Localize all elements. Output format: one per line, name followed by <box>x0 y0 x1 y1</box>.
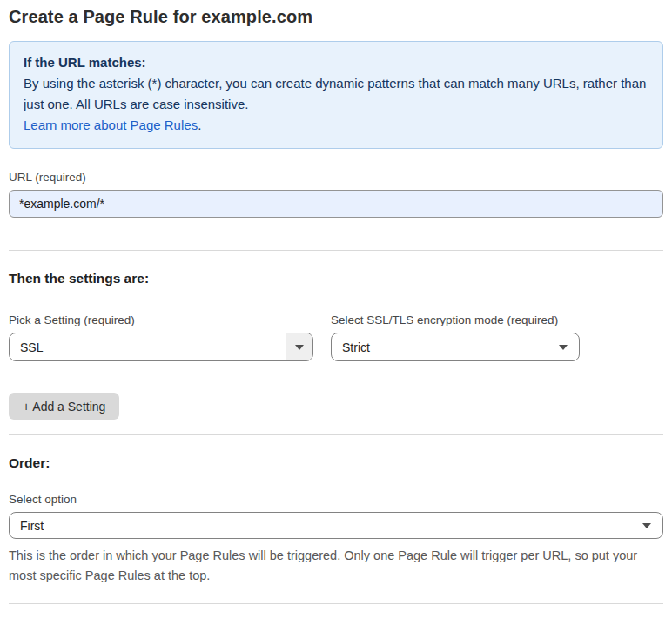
info-box-link-line: Learn more about Page Rules. <box>24 115 648 136</box>
divider <box>9 603 663 604</box>
learn-more-link[interactable]: Learn more about Page Rules <box>24 118 198 132</box>
info-box-body: By using the asterisk (*) character, you… <box>24 73 648 115</box>
setting-picker-select[interactable]: SSL <box>9 333 313 361</box>
ssl-mode-select[interactable]: Strict <box>331 333 580 361</box>
url-match-info-box: If the URL matches: By using the asteris… <box>9 41 663 149</box>
order-select-value: First <box>10 519 631 533</box>
dropdown-arrow-icon <box>642 523 651 528</box>
url-field-label: URL (required) <box>9 171 663 184</box>
order-select-label: Select option <box>9 493 663 506</box>
setting-picker-value: SSL <box>10 340 286 354</box>
divider <box>9 434 663 435</box>
ssl-mode-column: Select SSL/TLS encryption mode (required… <box>331 286 580 361</box>
order-select[interactable]: First <box>9 512 663 539</box>
page-title: Create a Page Rule for example.com <box>9 7 663 27</box>
order-section-heading: Order: <box>9 455 663 471</box>
setting-picker-column: Pick a Setting (required) SSL <box>9 286 313 361</box>
order-select-arrow-area <box>631 513 662 538</box>
add-setting-button[interactable]: + Add a Setting <box>9 393 119 420</box>
dropdown-arrow-icon <box>295 345 304 350</box>
ssl-mode-value: Strict <box>332 340 548 354</box>
ssl-mode-arrow-area <box>548 333 579 360</box>
divider <box>9 250 663 251</box>
settings-selects-row: Pick a Setting (required) SSL Select SSL… <box>9 286 663 361</box>
ssl-mode-label: Select SSL/TLS encryption mode (required… <box>331 313 580 326</box>
create-page-rule-form: Create a Page Rule for example.com If th… <box>0 0 672 619</box>
dropdown-arrow-icon <box>559 345 568 350</box>
setting-picker-arrow-button[interactable] <box>286 333 312 360</box>
url-input[interactable] <box>9 190 663 218</box>
link-period: . <box>198 118 201 132</box>
setting-picker-label: Pick a Setting (required) <box>9 313 313 326</box>
order-help-text: This is the order in which your Page Rul… <box>9 546 663 586</box>
info-box-heading: If the URL matches: <box>24 52 648 73</box>
settings-section-heading: Then the settings are: <box>9 271 663 286</box>
